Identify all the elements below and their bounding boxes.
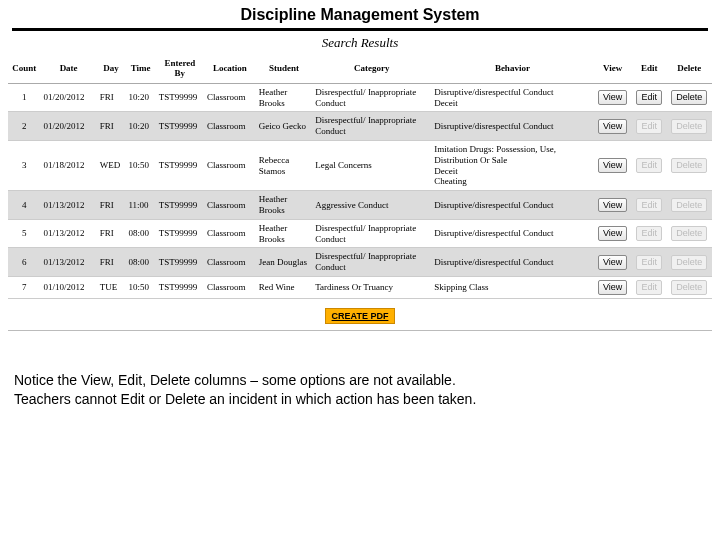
view-button-cell: View xyxy=(594,140,632,190)
delete-button: Delete xyxy=(671,226,707,241)
edit-button: Edit xyxy=(636,255,662,270)
edit-button: Edit xyxy=(636,280,662,295)
cell-day: FRI xyxy=(97,112,126,141)
create-pdf-button[interactable]: CREATE PDF xyxy=(325,308,396,324)
cell-entered-by: TST99999 xyxy=(156,140,204,190)
cell-day: FRI xyxy=(97,83,126,112)
table-body: 101/20/2012FRI10:20TST99999ClassroomHeat… xyxy=(8,83,712,298)
cell-date: 01/13/2012 xyxy=(40,248,96,277)
cell-category: Disrespectful/ Inappropriate Conduct xyxy=(312,83,431,112)
edit-button-cell: Edit xyxy=(632,112,667,141)
delete-button: Delete xyxy=(671,198,707,213)
cell-count: 7 xyxy=(8,276,40,298)
edit-button-cell: Edit xyxy=(632,219,667,248)
cell-date: 01/18/2012 xyxy=(40,140,96,190)
table-row: 301/18/2012WED10:50TST99999ClassroomRebe… xyxy=(8,140,712,190)
table-row: 601/13/2012FRI08:00TST99999ClassroomJean… xyxy=(8,248,712,277)
edit-button-cell: Edit xyxy=(632,140,667,190)
cell-time: 10:50 xyxy=(125,276,155,298)
delete-button: Delete xyxy=(671,280,707,295)
col-day: Day xyxy=(97,57,126,83)
cell-behavior: Disruptive/disrespectful Conduct xyxy=(431,112,593,141)
cell-student: Rebecca Stamos xyxy=(256,140,312,190)
view-button-cell: View xyxy=(594,191,632,220)
caption: Notice the View, Edit, Delete columns – … xyxy=(0,331,720,410)
delete-button-cell: Delete xyxy=(666,83,712,112)
cell-entered-by: TST99999 xyxy=(156,219,204,248)
view-button[interactable]: View xyxy=(598,119,627,134)
cell-location: Classroom xyxy=(204,248,256,277)
cell-behavior: Disruptive/disrespectful Conduct xyxy=(431,248,593,277)
edit-button-cell: Edit xyxy=(632,83,667,112)
col-delete: Delete xyxy=(666,57,712,83)
cell-time: 08:00 xyxy=(125,248,155,277)
edit-button-cell: Edit xyxy=(632,248,667,277)
table-header: Count Date Day Time Entered By Location … xyxy=(8,57,712,83)
delete-button[interactable]: Delete xyxy=(671,90,707,105)
cell-entered-by: TST99999 xyxy=(156,83,204,112)
cell-day: FRI xyxy=(97,248,126,277)
cell-location: Classroom xyxy=(204,112,256,141)
view-button-cell: View xyxy=(594,248,632,277)
cell-student: Jean Douglas xyxy=(256,248,312,277)
cell-student: Geico Gecko xyxy=(256,112,312,141)
results-table-wrap: Count Date Day Time Entered By Location … xyxy=(8,57,712,331)
edit-button-cell: Edit xyxy=(632,276,667,298)
cell-date: 01/13/2012 xyxy=(40,219,96,248)
caption-line-2: Teachers cannot Edit or Delete an incide… xyxy=(14,390,706,410)
cell-category: Aggressive Conduct xyxy=(312,191,431,220)
cell-behavior: Disruptive/disrespectful ConductDeceit xyxy=(431,83,593,112)
pdf-row: CREATE PDF xyxy=(8,299,712,331)
edit-button[interactable]: Edit xyxy=(636,90,662,105)
view-button[interactable]: View xyxy=(598,255,627,270)
cell-entered-by: TST99999 xyxy=(156,191,204,220)
view-button[interactable]: View xyxy=(598,90,627,105)
cell-student: Red Wine xyxy=(256,276,312,298)
cell-category: Legal Concerns xyxy=(312,140,431,190)
cell-behavior: Disruptive/disrespectful Conduct xyxy=(431,191,593,220)
cell-time: 11:00 xyxy=(125,191,155,220)
edit-button: Edit xyxy=(636,198,662,213)
cell-day: WED xyxy=(97,140,126,190)
cell-category: Disrespectful/ Inappropriate Conduct xyxy=(312,248,431,277)
edit-button: Edit xyxy=(636,226,662,241)
view-button-cell: View xyxy=(594,219,632,248)
cell-student: Heather Brooks xyxy=(256,191,312,220)
divider xyxy=(12,28,708,31)
cell-count: 4 xyxy=(8,191,40,220)
table-row: 501/13/2012FRI08:00TST99999ClassroomHeat… xyxy=(8,219,712,248)
cell-time: 10:50 xyxy=(125,140,155,190)
col-category: Category xyxy=(312,57,431,83)
cell-category: Tardiness Or Truancy xyxy=(312,276,431,298)
col-view: View xyxy=(594,57,632,83)
cell-student: Heather Brooks xyxy=(256,219,312,248)
cell-count: 2 xyxy=(8,112,40,141)
col-behavior: Behavior xyxy=(431,57,593,83)
cell-entered-by: TST99999 xyxy=(156,276,204,298)
col-student: Student xyxy=(256,57,312,83)
cell-day: FRI xyxy=(97,219,126,248)
delete-button-cell: Delete xyxy=(666,248,712,277)
view-button[interactable]: View xyxy=(598,158,627,173)
delete-button: Delete xyxy=(671,119,707,134)
cell-count: 3 xyxy=(8,140,40,190)
col-entered-by: Entered By xyxy=(156,57,204,83)
cell-day: TUE xyxy=(97,276,126,298)
col-date: Date xyxy=(40,57,96,83)
edit-button: Edit xyxy=(636,119,662,134)
subtitle: Search Results xyxy=(0,33,720,57)
cell-time: 10:20 xyxy=(125,112,155,141)
cell-time: 10:20 xyxy=(125,83,155,112)
view-button[interactable]: View xyxy=(598,226,627,241)
edit-button-cell: Edit xyxy=(632,191,667,220)
view-button[interactable]: View xyxy=(598,280,627,295)
delete-button-cell: Delete xyxy=(666,140,712,190)
cell-time: 08:00 xyxy=(125,219,155,248)
cell-entered-by: TST99999 xyxy=(156,248,204,277)
delete-button: Delete xyxy=(671,158,707,173)
cell-location: Classroom xyxy=(204,219,256,248)
cell-entered-by: TST99999 xyxy=(156,112,204,141)
delete-button-cell: Delete xyxy=(666,276,712,298)
cell-date: 01/20/2012 xyxy=(40,112,96,141)
view-button[interactable]: View xyxy=(598,198,627,213)
